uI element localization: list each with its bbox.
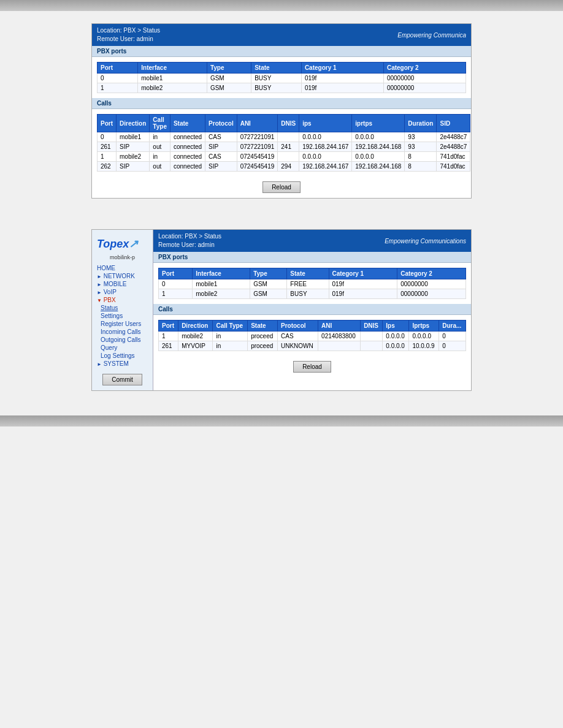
table-row: 261SIPoutconnectedSIP0727221091241192.16… xyxy=(98,142,470,152)
panel1-location-bar: Location: PBX > Status Remote User: admi… xyxy=(92,24,471,46)
col-cat2: Category 2 xyxy=(383,63,465,74)
col-cat1: Category 1 xyxy=(301,63,383,74)
sidebar-sub-register-users[interactable]: Register Users xyxy=(92,320,153,328)
nav-triangle-icon: ► xyxy=(97,274,102,279)
panel2-calls-table: PortDirectionCall TypeStateProtocolANIDN… xyxy=(158,320,466,351)
col2-cat2: Category 2 xyxy=(397,268,466,279)
col2-state: State xyxy=(287,268,329,279)
sidebar-item-voip[interactable]: ► VoIP xyxy=(92,288,153,296)
panel2-pbx-ports-wrapper: Port Interface Type State Category 1 Cat… xyxy=(153,263,471,304)
panel2-pbx-ports-table: Port Interface Type State Category 1 Cat… xyxy=(158,268,466,299)
col2-type: Type xyxy=(250,268,287,279)
nav-triangle-icon: ▼ xyxy=(97,298,102,303)
panel2-reload-button[interactable]: Reload xyxy=(293,361,331,373)
bottom-bar xyxy=(0,415,563,427)
col-type: Type xyxy=(207,63,251,74)
table-row: 0mobile1GSMFREE019f00000000 xyxy=(159,279,466,289)
nav-triangle-icon: ► xyxy=(97,290,102,295)
panel2: Topex↗ mobilink-p HOME ► NETWORK ► MOBIL… xyxy=(91,229,472,391)
panel1-pbx-ports-wrapper: Port Interface Type State Category 1 Cat… xyxy=(92,57,471,98)
panel2-nav: HOME ► NETWORK ► MOBILE ► VoIP ▼ PBX Sta xyxy=(92,264,153,385)
sidebar-item-home[interactable]: HOME xyxy=(92,264,153,272)
panel1-pbx-ports-table: Port Interface Type State Category 1 Cat… xyxy=(97,62,466,93)
nav-triangle-icon: ► xyxy=(97,282,102,287)
col2-port: Port xyxy=(159,268,193,279)
col-interface: Interface xyxy=(138,63,207,74)
sidebar-sub-query[interactable]: Query xyxy=(92,344,153,352)
table-row: 0mobile1inconnectedCAS07272210910.0.0.00… xyxy=(98,132,470,142)
col-port: Port xyxy=(98,63,138,74)
table-row: 1mobile2GSMBUSY019f00000000 xyxy=(159,289,466,299)
panel2-commit-button[interactable]: Commit xyxy=(102,374,142,385)
panel1-pbx-ports-label: PBX ports xyxy=(92,46,471,57)
sidebar-item-mobile[interactable]: ► MOBILE xyxy=(92,280,153,288)
panel1-calls-label: Calls xyxy=(92,98,471,109)
panel2-location: Location: PBX > Status Remote User: admi… xyxy=(158,232,221,249)
table-row: 1mobile2inproceedCAS02140838000.0.0.00.0… xyxy=(159,332,466,341)
top-bar xyxy=(0,0,563,11)
panel2-main: Location: PBX > Status Remote User: admi… xyxy=(153,230,471,390)
panel1-location: Location: PBX > Status Remote User: admi… xyxy=(97,26,160,44)
panel1-empowering: Empowering Communica xyxy=(397,32,466,39)
panel2-calls-wrapper: PortDirectionCall TypeStateProtocolANIDN… xyxy=(153,315,471,356)
nav-triangle-icon: ► xyxy=(97,362,102,367)
panel2-commit-wrapper: Commit xyxy=(92,374,153,385)
sidebar-sub-status[interactable]: Status xyxy=(92,304,153,312)
panel1: Location: PBX > Status Remote User: admi… xyxy=(91,23,472,199)
table-row: 1mobile2inconnectedCAS07245454190.0.0.00… xyxy=(98,152,470,162)
panel2-reload-wrapper: Reload xyxy=(153,356,471,377)
col2-cat1: Category 1 xyxy=(329,268,397,279)
table-row: 262SIPoutconnectedSIP0724545419294192.16… xyxy=(98,162,470,172)
panel1-reload-button[interactable]: Reload xyxy=(262,181,301,193)
table-row: 1mobile2GSMBUSY019f00000000 xyxy=(98,83,466,93)
sidebar-item-pbx[interactable]: ▼ PBX xyxy=(92,296,153,304)
panel2-empowering: Empowering Communications xyxy=(385,238,466,245)
col-state: State xyxy=(251,63,302,74)
sidebar-sub-outgoing-calls[interactable]: Outgoing Calls xyxy=(92,336,153,344)
sidebar-item-system[interactable]: ► SYSTEM xyxy=(92,360,153,368)
col2-interface: Interface xyxy=(193,268,250,279)
sidebar-sub-incoming-calls[interactable]: Incoming Calls xyxy=(92,328,153,336)
panel1-calls-wrapper: PortDirectionCall TypeStateProtocolANIDN… xyxy=(92,109,471,176)
sidebar-item-network[interactable]: ► NETWORK xyxy=(92,272,153,280)
panel1-calls-table: PortDirectionCall TypeStateProtocolANIDN… xyxy=(97,114,470,172)
sidebar-sub-settings[interactable]: Settings xyxy=(92,312,153,320)
sidebar-sub-log-settings[interactable]: Log Settings xyxy=(92,352,153,360)
panel2-logo: Topex↗ xyxy=(92,235,153,253)
table-row: 261MYVOIPinproceedUNKNOWN0.0.0.010.0.0.9… xyxy=(159,341,466,351)
panel2-sidebar: Topex↗ mobilink-p HOME ► NETWORK ► MOBIL… xyxy=(92,230,153,390)
panel1-reload-wrapper: Reload xyxy=(92,176,471,198)
logo-arrow-icon: ↗ xyxy=(129,238,138,250)
panel2-pbx-ports-label: PBX ports xyxy=(153,252,471,263)
panel2-calls-label: Calls xyxy=(153,304,471,315)
panel2-device-name: mobilink-p xyxy=(92,253,153,264)
table-row: 0mobile1GSMBUSY019f00000000 xyxy=(98,74,466,83)
panel2-location-bar: Location: PBX > Status Remote User: admi… xyxy=(153,230,471,252)
